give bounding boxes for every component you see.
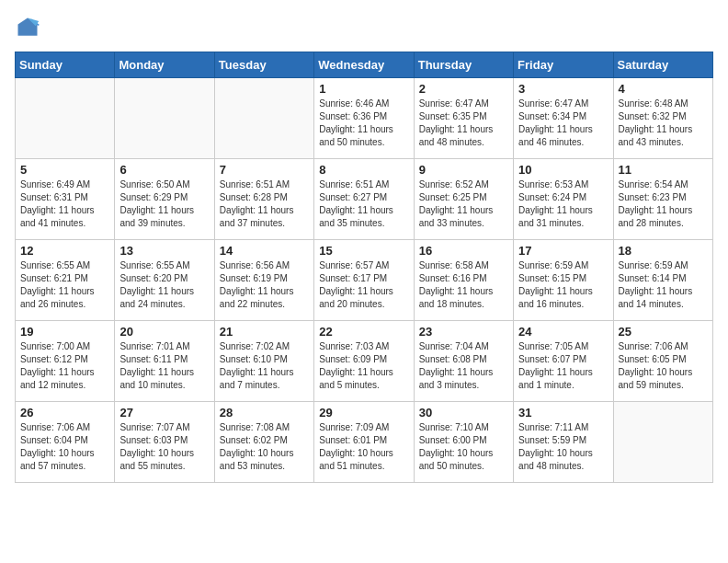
day-number: 14 (220, 244, 309, 258)
day-number: 16 (419, 244, 508, 258)
day-info: Sunrise: 6:53 AM Sunset: 6:24 PM Dayligh… (518, 178, 608, 230)
calendar-cell: 9Sunrise: 6:52 AM Sunset: 6:25 PM Daylig… (414, 159, 513, 240)
calendar-cell: 23Sunrise: 7:04 AM Sunset: 6:08 PM Dayli… (414, 321, 513, 402)
logo (15, 15, 44, 40)
day-number: 27 (119, 406, 209, 419)
day-number: 28 (220, 406, 309, 419)
day-info: Sunrise: 6:46 AM Sunset: 6:36 PM Dayligh… (319, 98, 408, 149)
week-row-1: 1Sunrise: 6:46 AM Sunset: 6:36 PM Daylig… (16, 78, 713, 159)
day-number: 5 (20, 163, 109, 177)
day-info: Sunrise: 7:04 AM Sunset: 6:08 PM Dayligh… (419, 340, 508, 392)
calendar-cell: 17Sunrise: 6:59 AM Sunset: 6:15 PM Dayli… (514, 240, 613, 321)
day-number: 22 (319, 325, 408, 339)
calendar-cell: 1Sunrise: 6:46 AM Sunset: 6:36 PM Daylig… (314, 78, 414, 159)
day-number: 3 (518, 82, 608, 96)
weekday-header-row: SundayMondayTuesdayWednesdayThursdayFrid… (16, 52, 713, 78)
day-number: 11 (619, 163, 708, 177)
day-info: Sunrise: 6:48 AM Sunset: 6:32 PM Dayligh… (619, 98, 708, 149)
day-info: Sunrise: 6:47 AM Sunset: 6:34 PM Dayligh… (518, 98, 608, 149)
calendar-cell (16, 78, 115, 159)
calendar-cell: 30Sunrise: 7:10 AM Sunset: 6:00 PM Dayli… (414, 402, 513, 483)
day-info: Sunrise: 6:54 AM Sunset: 6:23 PM Dayligh… (619, 178, 708, 230)
calendar-cell: 21Sunrise: 7:02 AM Sunset: 6:10 PM Dayli… (214, 321, 313, 402)
day-info: Sunrise: 6:51 AM Sunset: 6:28 PM Dayligh… (220, 178, 309, 230)
calendar-cell: 25Sunrise: 7:06 AM Sunset: 6:05 PM Dayli… (613, 321, 712, 402)
week-row-3: 12Sunrise: 6:55 AM Sunset: 6:21 PM Dayli… (16, 240, 713, 321)
calendar-cell: 14Sunrise: 6:56 AM Sunset: 6:19 PM Dayli… (214, 240, 313, 321)
calendar-cell: 24Sunrise: 7:05 AM Sunset: 6:07 PM Dayli… (514, 321, 613, 402)
day-number: 2 (419, 82, 508, 96)
day-info: Sunrise: 7:11 AM Sunset: 5:59 PM Dayligh… (518, 421, 608, 473)
calendar-table: SundayMondayTuesdayWednesdayThursdayFrid… (15, 52, 713, 483)
weekday-header-friday: Friday (514, 52, 613, 78)
week-row-4: 19Sunrise: 7:00 AM Sunset: 6:12 PM Dayli… (16, 321, 713, 402)
day-number: 21 (220, 325, 309, 339)
day-info: Sunrise: 7:09 AM Sunset: 6:01 PM Dayligh… (319, 421, 408, 473)
day-info: Sunrise: 6:55 AM Sunset: 6:21 PM Dayligh… (20, 259, 109, 311)
day-info: Sunrise: 6:52 AM Sunset: 6:25 PM Dayligh… (419, 178, 508, 230)
day-info: Sunrise: 6:59 AM Sunset: 6:14 PM Dayligh… (619, 259, 708, 311)
calendar-cell: 29Sunrise: 7:09 AM Sunset: 6:01 PM Dayli… (314, 402, 414, 483)
day-number: 15 (319, 244, 408, 258)
calendar-cell: 11Sunrise: 6:54 AM Sunset: 6:23 PM Dayli… (613, 159, 712, 240)
day-number: 24 (518, 325, 608, 339)
day-info: Sunrise: 7:07 AM Sunset: 6:03 PM Dayligh… (119, 421, 209, 473)
day-number: 1 (319, 82, 408, 96)
calendar-cell: 18Sunrise: 6:59 AM Sunset: 6:14 PM Dayli… (613, 240, 712, 321)
day-number: 6 (119, 163, 209, 177)
day-number: 20 (119, 325, 209, 339)
calendar-cell: 27Sunrise: 7:07 AM Sunset: 6:03 PM Dayli… (115, 402, 214, 483)
day-info: Sunrise: 7:02 AM Sunset: 6:10 PM Dayligh… (220, 340, 309, 392)
calendar-cell (613, 402, 712, 483)
weekday-header-thursday: Thursday (414, 52, 513, 78)
day-number: 17 (518, 244, 608, 258)
day-info: Sunrise: 7:06 AM Sunset: 6:04 PM Dayligh… (20, 421, 109, 473)
weekday-header-saturday: Saturday (613, 52, 712, 78)
day-info: Sunrise: 7:06 AM Sunset: 6:05 PM Dayligh… (619, 340, 708, 392)
day-info: Sunrise: 6:58 AM Sunset: 6:16 PM Dayligh… (419, 259, 508, 311)
day-number: 25 (619, 325, 708, 339)
calendar-cell: 22Sunrise: 7:03 AM Sunset: 6:09 PM Dayli… (314, 321, 414, 402)
weekday-header-sunday: Sunday (16, 52, 115, 78)
day-info: Sunrise: 6:55 AM Sunset: 6:20 PM Dayligh… (119, 259, 209, 311)
day-info: Sunrise: 7:00 AM Sunset: 6:12 PM Dayligh… (20, 340, 109, 392)
calendar-cell (115, 78, 214, 159)
calendar-cell: 4Sunrise: 6:48 AM Sunset: 6:32 PM Daylig… (613, 78, 712, 159)
day-number: 26 (20, 406, 109, 419)
day-info: Sunrise: 6:59 AM Sunset: 6:15 PM Dayligh… (518, 259, 608, 311)
calendar-cell: 6Sunrise: 6:50 AM Sunset: 6:29 PM Daylig… (115, 159, 214, 240)
day-number: 30 (419, 406, 508, 419)
calendar-cell (214, 78, 313, 159)
weekday-header-wednesday: Wednesday (314, 52, 414, 78)
calendar-cell: 16Sunrise: 6:58 AM Sunset: 6:16 PM Dayli… (414, 240, 513, 321)
day-info: Sunrise: 7:01 AM Sunset: 6:11 PM Dayligh… (119, 340, 209, 392)
logo-icon (15, 15, 40, 40)
calendar-cell: 7Sunrise: 6:51 AM Sunset: 6:28 PM Daylig… (214, 159, 313, 240)
calendar-cell: 12Sunrise: 6:55 AM Sunset: 6:21 PM Dayli… (16, 240, 115, 321)
weekday-header-monday: Monday (115, 52, 214, 78)
calendar-cell: 19Sunrise: 7:00 AM Sunset: 6:12 PM Dayli… (16, 321, 115, 402)
week-row-2: 5Sunrise: 6:49 AM Sunset: 6:31 PM Daylig… (16, 159, 713, 240)
week-row-5: 26Sunrise: 7:06 AM Sunset: 6:04 PM Dayli… (16, 402, 713, 483)
calendar-cell: 15Sunrise: 6:57 AM Sunset: 6:17 PM Dayli… (314, 240, 414, 321)
day-number: 8 (319, 163, 408, 177)
day-number: 18 (619, 244, 708, 258)
day-number: 31 (518, 406, 608, 419)
weekday-header-tuesday: Tuesday (214, 52, 313, 78)
day-number: 10 (518, 163, 608, 177)
page-header (15, 15, 713, 40)
day-info: Sunrise: 7:08 AM Sunset: 6:02 PM Dayligh… (220, 421, 309, 473)
calendar-cell: 31Sunrise: 7:11 AM Sunset: 5:59 PM Dayli… (514, 402, 613, 483)
calendar-cell: 28Sunrise: 7:08 AM Sunset: 6:02 PM Dayli… (214, 402, 313, 483)
day-info: Sunrise: 7:05 AM Sunset: 6:07 PM Dayligh… (518, 340, 608, 392)
day-info: Sunrise: 7:03 AM Sunset: 6:09 PM Dayligh… (319, 340, 408, 392)
day-info: Sunrise: 6:49 AM Sunset: 6:31 PM Dayligh… (20, 178, 109, 230)
calendar-cell: 26Sunrise: 7:06 AM Sunset: 6:04 PM Dayli… (16, 402, 115, 483)
day-number: 29 (319, 406, 408, 419)
day-number: 9 (419, 163, 508, 177)
calendar-cell: 10Sunrise: 6:53 AM Sunset: 6:24 PM Dayli… (514, 159, 613, 240)
day-info: Sunrise: 6:47 AM Sunset: 6:35 PM Dayligh… (419, 98, 508, 149)
calendar-cell: 3Sunrise: 6:47 AM Sunset: 6:34 PM Daylig… (514, 78, 613, 159)
day-info: Sunrise: 7:10 AM Sunset: 6:00 PM Dayligh… (419, 421, 508, 473)
calendar-cell: 8Sunrise: 6:51 AM Sunset: 6:27 PM Daylig… (314, 159, 414, 240)
